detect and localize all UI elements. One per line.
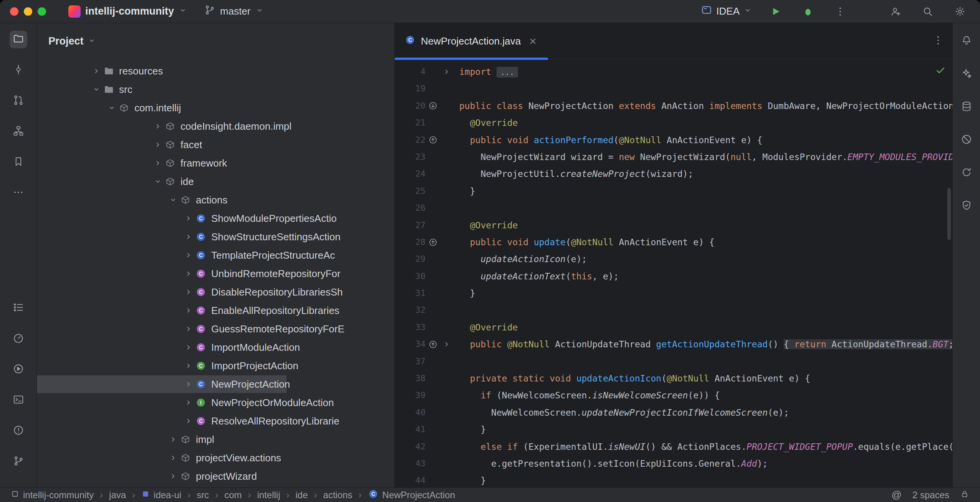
tree-item[interactable]: CShowModulePropertiesActio (37, 209, 394, 228)
version-control-button[interactable] (10, 453, 27, 471)
overriding-method-icon[interactable] (425, 238, 440, 247)
tree-item[interactable]: CImportProjectAction (37, 357, 394, 375)
todo-button[interactable] (10, 299, 27, 317)
tree-item[interactable]: CUnbindRemoteRepositoryFor (37, 264, 394, 283)
editor-scrollbar[interactable] (947, 188, 951, 240)
notifications-button[interactable] (958, 32, 975, 50)
commit-button[interactable] (10, 61, 27, 79)
more-actions-button[interactable] (832, 3, 849, 20)
breadcrumb-item[interactable]: CNewProjectAction (368, 489, 455, 502)
chevron-right-icon[interactable] (183, 362, 194, 370)
shield-check-button[interactable] (958, 197, 975, 215)
at-icon[interactable]: @ (892, 489, 902, 501)
breadcrumb-item[interactable]: com (224, 490, 242, 500)
chevron-down-icon[interactable] (91, 85, 102, 94)
tree-item[interactable]: facet (37, 135, 394, 154)
chevron-right-icon[interactable] (183, 288, 194, 296)
chevron-right-icon[interactable] (183, 380, 194, 388)
tree-item[interactable]: projectView.actions (37, 449, 394, 467)
run-configuration-widget[interactable]: IDEA (701, 4, 752, 18)
project-widget[interactable]: intellij-community (68, 5, 187, 18)
profiler-button[interactable] (10, 330, 27, 348)
tree-item[interactable]: CShowStructureSettingsAction (37, 228, 394, 246)
chevron-right-icon[interactable] (183, 417, 194, 425)
code-area[interactable]: 4import ...1920public class NewProjectAc… (395, 60, 952, 487)
overriding-method-icon[interactable] (425, 135, 440, 145)
zoom-button[interactable] (38, 7, 46, 16)
settings-button[interactable] (952, 3, 968, 20)
problems-button[interactable] (10, 422, 27, 440)
breadcrumb-item[interactable]: intellij (257, 490, 280, 500)
tree-item[interactable]: CEnableAllRepositoryLibraries (37, 301, 394, 320)
project-button[interactable] (10, 31, 27, 48)
structure-button[interactable] (10, 123, 27, 140)
lock-icon[interactable] (960, 489, 969, 501)
chevron-right-icon[interactable] (183, 251, 194, 259)
indent-status[interactable]: 2 spaces (912, 490, 949, 500)
tree-item[interactable]: framework (37, 154, 394, 172)
inspections-ok-icon[interactable] (935, 64, 946, 78)
tree-item[interactable]: CDisableRepositoryLibrariesSh (37, 283, 394, 301)
tree-item[interactable]: src (37, 80, 394, 99)
sync-button[interactable] (958, 164, 975, 182)
breadcrumb-item[interactable]: intellij-community (11, 490, 94, 500)
chevron-down-icon[interactable] (152, 177, 164, 186)
chevron-right-icon[interactable] (183, 325, 194, 333)
breadcrumb-item[interactable]: idea-ui (141, 490, 181, 500)
close-button[interactable] (10, 7, 18, 16)
chevron-down-icon[interactable] (106, 104, 118, 112)
tree-item[interactable]: INewProjectOrModuleAction (37, 393, 394, 412)
fold-chevron-icon[interactable] (440, 340, 453, 348)
chevron-right-icon[interactable] (167, 472, 179, 481)
tree-item[interactable]: impl (37, 430, 394, 449)
chevron-right-icon[interactable] (183, 233, 194, 241)
tree-item[interactable]: CResolveAllRepositoryLibrarie (37, 412, 394, 430)
overriding-method-icon[interactable] (425, 340, 440, 349)
no-entry-button[interactable] (958, 131, 975, 149)
tree-item[interactable]: CImportModuleAction (37, 338, 394, 357)
breadcrumb-item[interactable]: src (197, 490, 209, 500)
tree-item[interactable]: ide (37, 172, 394, 191)
run-button[interactable] (10, 361, 27, 378)
chevron-right-icon[interactable] (183, 398, 194, 407)
tree-item[interactable]: actions (37, 191, 394, 209)
chevron-right-icon[interactable] (152, 159, 164, 167)
chevron-right-icon[interactable] (167, 435, 179, 444)
database-button[interactable] (958, 98, 975, 116)
breadcrumb-item[interactable]: actions (323, 490, 353, 500)
editor-options-button[interactable] (932, 35, 944, 48)
chevron-right-icon[interactable] (167, 454, 179, 462)
overridden-marker-icon[interactable] (425, 101, 440, 111)
project-panel-header[interactable]: Project (37, 23, 394, 59)
breadcrumb-item[interactable]: java (109, 490, 126, 500)
chevron-right-icon[interactable] (183, 343, 194, 352)
run-button[interactable] (767, 3, 784, 20)
debug-button[interactable] (800, 3, 816, 20)
tree-item[interactable]: projectWizard (37, 467, 394, 485)
minimize-button[interactable] (24, 7, 32, 16)
terminal-button[interactable] (10, 391, 27, 409)
tree-item[interactable]: CNewProjectAction (37, 375, 394, 393)
ai-assistant-button[interactable] (958, 65, 975, 83)
chevron-right-icon[interactable] (183, 214, 194, 223)
breadcrumb-item[interactable]: ide (296, 490, 308, 500)
tree-item[interactable]: CGuessRemoteRepositoryForE (37, 320, 394, 338)
fold-chevron-icon[interactable] (440, 68, 453, 76)
git-branch-widget[interactable]: master (204, 4, 263, 18)
chevron-down-icon[interactable] (167, 196, 179, 204)
chevron-right-icon[interactable] (183, 306, 194, 315)
tree-item[interactable]: resources (37, 62, 394, 80)
editor-tab[interactable]: C NewProjectAction.java × (395, 23, 548, 59)
close-icon[interactable]: × (529, 35, 536, 47)
chevron-right-icon[interactable] (91, 67, 102, 75)
more-button[interactable] (10, 184, 27, 202)
pull-requests-button[interactable] (10, 92, 27, 110)
tree-item[interactable]: codeInsight.daemon.impl (37, 117, 394, 135)
code-with-me-button[interactable] (887, 3, 904, 20)
chevron-right-icon[interactable] (183, 269, 194, 278)
tree-item[interactable]: CTemplateProjectStructureAc (37, 246, 394, 264)
search-everywhere-button[interactable] (919, 3, 936, 20)
chevron-right-icon[interactable] (152, 122, 164, 130)
bookmarks-button[interactable] (10, 154, 27, 171)
chevron-right-icon[interactable] (152, 140, 164, 149)
